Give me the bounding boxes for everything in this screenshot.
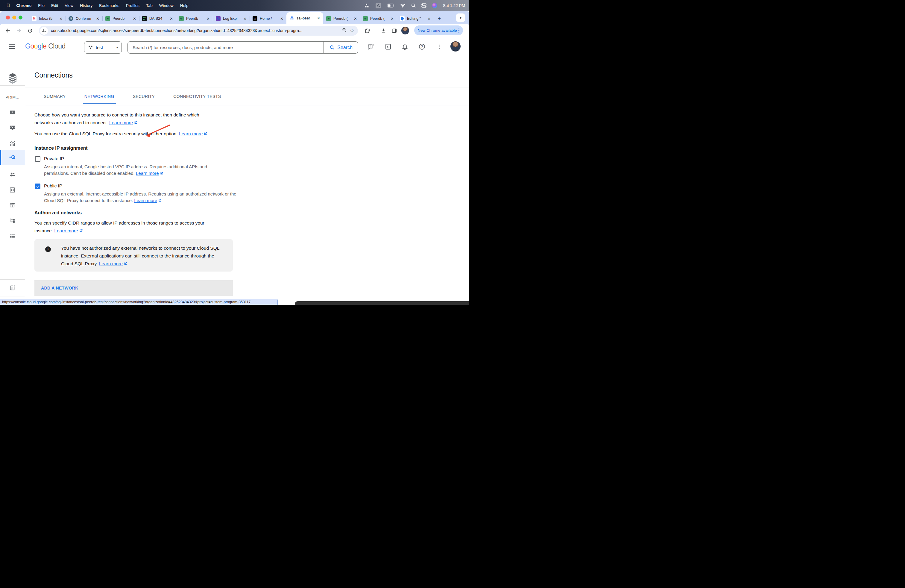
menu-bar-clock: Sat 1:22 PM: [443, 3, 465, 8]
learn-more-link[interactable]: Learn more: [99, 261, 127, 266]
download-icon[interactable]: [380, 27, 387, 34]
private-ip-checkbox[interactable]: [35, 156, 40, 162]
close-tab-icon[interactable]: ✕: [59, 17, 63, 21]
menu-file[interactable]: File: [35, 3, 48, 8]
new-tab-button[interactable]: +: [435, 15, 443, 22]
sidebar-item-backups[interactable]: [0, 199, 25, 211]
sidebar-item-overview[interactable]: [0, 106, 25, 118]
menu-window[interactable]: Window: [156, 3, 177, 8]
wifi-icon[interactable]: [400, 3, 405, 8]
battery-icon[interactable]: [387, 3, 394, 8]
sidebar-item-databases[interactable]: [0, 184, 25, 196]
learn-more-link[interactable]: Learn more: [109, 120, 138, 125]
close-tab-icon[interactable]: ✕: [95, 17, 100, 21]
page-tabs: SUMMARY NETWORKING SECURITY CONNECTIVITY…: [35, 91, 230, 103]
sidebar-item-replicas[interactable]: [0, 215, 25, 227]
close-tab-icon[interactable]: ✕: [243, 17, 247, 21]
project-picker[interactable]: test ▼: [84, 41, 122, 54]
apple-logo-icon[interactable]: : [4, 3, 13, 8]
menu-view[interactable]: View: [61, 3, 76, 8]
sidebar-item-users[interactable]: [0, 168, 25, 180]
bookmark-star-icon[interactable]: ☆: [350, 28, 354, 33]
google-cloud-logo[interactable]: GoogleCloud: [25, 42, 65, 50]
gcloud-search-button[interactable]: Search: [324, 41, 358, 53]
close-tab-icon[interactable]: ✕: [390, 17, 394, 21]
learn-more-link[interactable]: Learn more: [136, 171, 164, 176]
menu-tab[interactable]: Tab: [143, 3, 156, 8]
check-icon: [36, 184, 40, 188]
tab-summary[interactable]: SUMMARY: [35, 91, 75, 103]
omnibox[interactable]: console.cloud.google.com/sql/instances/s…: [39, 26, 358, 36]
search-icon: [329, 44, 335, 50]
close-tab-icon[interactable]: ✕: [427, 17, 431, 21]
tab-networking[interactable]: NETWORKING: [75, 91, 124, 103]
tab-conference[interactable]: ☃ Conferen ✕: [65, 13, 102, 24]
extensions-puzzle-icon[interactable]: [364, 27, 371, 34]
public-ip-checkbox[interactable]: [35, 184, 40, 189]
help-icon[interactable]: ?: [418, 43, 426, 51]
learn-more-link[interactable]: Learn more: [54, 228, 83, 233]
learn-more-link[interactable]: Learn more: [134, 198, 162, 203]
control-center-icon[interactable]: [421, 3, 427, 8]
tab-editing-map[interactable]: Editing " ✕: [397, 13, 433, 24]
tab-log-explorer[interactable]: 🐾 Log Expl ✕: [213, 13, 249, 24]
tab-search-chevron-button[interactable]: ▼: [456, 13, 465, 22]
gemini-chat-icon[interactable]: [367, 43, 375, 51]
back-icon[interactable]: [4, 27, 11, 34]
chrome-menu-kebab-icon[interactable]: [459, 29, 459, 33]
close-tab-icon[interactable]: ✕: [132, 17, 137, 21]
reload-icon[interactable]: [26, 27, 33, 34]
sidebar-section-label: PRIM...: [0, 95, 25, 99]
tab-sai-peerdb-active[interactable]: sai-peer ✕: [286, 12, 323, 24]
app-blocks-icon[interactable]: [365, 3, 370, 8]
tab-peerdb-2[interactable]: ∿ Peerdb ✕: [176, 13, 213, 24]
sidebar-item-monitoring[interactable]: [0, 122, 25, 134]
menu-bookmarks[interactable]: Bookmarks: [96, 3, 123, 8]
cloud-shell-icon[interactable]: [384, 43, 392, 51]
menu-help[interactable]: Help: [177, 3, 192, 8]
minimize-window-button[interactable]: [12, 16, 16, 19]
intro-paragraph-1: Choose how you want your source to conne…: [35, 111, 216, 127]
app-shield-icon[interactable]: [375, 3, 381, 9]
sidebar-item-release-notes[interactable]: [0, 282, 25, 294]
learn-more-link[interactable]: Learn more: [179, 131, 207, 136]
siri-icon[interactable]: [432, 3, 437, 8]
sidebar-item-system-insights[interactable]: [0, 137, 25, 149]
close-tab-icon[interactable]: ✕: [206, 17, 210, 21]
site-settings-icon[interactable]: [40, 27, 48, 35]
tab-dais[interactable]: DAIS DAIS24 ✕: [139, 13, 176, 24]
tab-security[interactable]: SECURITY: [124, 91, 164, 103]
tab-inbox[interactable]: M Inbox (5 ✕: [29, 13, 65, 24]
sidebar-item-connections[interactable]: [0, 150, 25, 165]
header-kebab-icon[interactable]: [435, 43, 443, 51]
nav-menu-icon[interactable]: [9, 44, 15, 49]
close-tab-icon[interactable]: ✕: [279, 17, 284, 21]
tab-peerdb-1[interactable]: ∿ Peerdb ✕: [102, 13, 139, 24]
tab-peerdb-3[interactable]: ∿ Peerdb ( ✕: [323, 13, 360, 24]
account-avatar[interactable]: [450, 41, 460, 51]
tab-connectivity-tests[interactable]: CONNECTIVITY TESTS: [164, 91, 230, 103]
menu-profiles[interactable]: Profiles: [123, 3, 143, 8]
side-panel-icon[interactable]: [391, 27, 398, 34]
forward-icon[interactable]: [15, 27, 22, 34]
tab-peerdb-4[interactable]: ∿ Peerdb ( ✕: [360, 13, 397, 24]
zoom-page-icon[interactable]: [342, 27, 347, 34]
gcloud-search-field[interactable]: Search (/) for resources, docs, products…: [127, 41, 358, 54]
url-text[interactable]: console.cloud.google.com/sql/instances/s…: [51, 29, 340, 33]
tab-x-home[interactable]: X Home / ✕: [249, 13, 286, 24]
zoom-window-button[interactable]: [19, 16, 22, 19]
spotlight-icon[interactable]: [411, 3, 416, 8]
new-chrome-available-button[interactable]: New Chrome available: [414, 25, 463, 35]
mymaps-pin-favicon: [400, 16, 405, 21]
menu-history[interactable]: History: [76, 3, 96, 8]
menu-edit[interactable]: Edit: [48, 3, 61, 8]
sidebar-item-operations[interactable]: [0, 230, 25, 242]
add-a-network-button[interactable]: ADD A NETWORK: [35, 280, 233, 296]
notifications-bell-icon[interactable]: [401, 43, 409, 51]
close-tab-icon[interactable]: ✕: [316, 16, 321, 20]
menu-chrome[interactable]: Chrome: [13, 3, 35, 8]
close-tab-icon[interactable]: ✕: [353, 17, 358, 21]
close-window-button[interactable]: [6, 16, 10, 19]
close-tab-icon[interactable]: ✕: [169, 17, 173, 21]
profile-avatar[interactable]: [401, 27, 409, 35]
